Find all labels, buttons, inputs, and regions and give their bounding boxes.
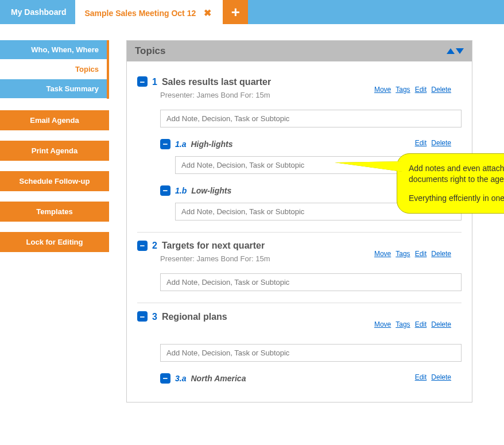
topic-row: − 3 Regional plans Move Tags Edit Delete…	[137, 303, 462, 395]
button-label: Email Agenda	[30, 116, 79, 125]
side-nav: Who, When, Where Topics Task Summary	[0, 40, 109, 99]
edit-link[interactable]: Edit	[415, 86, 427, 94]
delete-link[interactable]: Delete	[431, 139, 451, 147]
callout-pointer-icon	[335, 161, 402, 172]
callout-tooltip: Add notes and even attach documents righ…	[397, 153, 504, 214]
edit-link[interactable]: Edit	[415, 373, 427, 381]
button-label: Templates	[36, 207, 72, 216]
tags-link[interactable]: Tags	[396, 250, 410, 258]
edit-link[interactable]: Edit	[415, 139, 427, 147]
collapse-down-icon[interactable]	[456, 48, 464, 54]
topic-number: 3	[152, 312, 157, 322]
delete-link[interactable]: Delete	[431, 250, 451, 258]
lock-for-editing-button[interactable]: Lock for Editing	[0, 232, 109, 252]
delete-link[interactable]: Delete	[431, 86, 451, 94]
callout-text-2: Everything effciently in one place.	[409, 193, 504, 204]
edit-link[interactable]: Edit	[415, 320, 427, 328]
sidebar-item-label: Task Summary	[46, 84, 99, 93]
move-link[interactable]: Move	[374, 320, 391, 328]
collapse-icon[interactable]: −	[160, 373, 170, 384]
topic-number: 1	[152, 77, 157, 87]
subtopic-row: − 3.a North America Edit Delete	[160, 373, 462, 384]
tags-link[interactable]: Tags	[396, 320, 410, 328]
schedule-followup-button[interactable]: Schedule Follow-up	[0, 171, 109, 191]
subtopic-number: 3.a	[175, 374, 186, 383]
collapse-icon[interactable]: −	[137, 311, 148, 322]
print-agenda-button[interactable]: Print Agenda	[0, 141, 109, 161]
add-note-input[interactable]	[160, 273, 462, 291]
add-note-input[interactable]	[160, 110, 462, 127]
subtopic-title: High-lights	[191, 140, 232, 149]
subtopic-title: Low-lights	[191, 186, 231, 195]
sidebar-item-topics[interactable]: Topics	[0, 60, 107, 79]
delete-link[interactable]: Delete	[431, 320, 451, 328]
email-agenda-button[interactable]: Email Agenda	[0, 110, 109, 130]
edit-link[interactable]: Edit	[415, 250, 427, 258]
panel-title: Topics	[135, 45, 166, 57]
subtopic-number: 1.b	[175, 186, 187, 195]
panel-header: Topics	[127, 41, 472, 61]
button-label: Lock for Editing	[26, 238, 83, 246]
subtopic-title: North America	[191, 374, 246, 383]
tab-dashboard-label: My Dashboard	[11, 7, 66, 17]
sidebar-item-label: Topics	[75, 65, 99, 73]
button-label: Print Agenda	[32, 146, 77, 155]
delete-link[interactable]: Delete	[431, 373, 451, 381]
tab-meeting[interactable]: Sample Sales Meeting Oct 12 ✖	[75, 0, 223, 24]
sidebar-item-label: Who, When, Where	[31, 45, 99, 54]
move-link[interactable]: Move	[374, 250, 391, 258]
topic-title: Sales results last quarter	[162, 77, 271, 87]
tags-link[interactable]: Tags	[396, 86, 410, 94]
subtopic-number: 1.a	[175, 140, 186, 149]
sidebar: Who, When, Where Topics Task Summary Ema…	[0, 40, 109, 262]
collapse-icon[interactable]: −	[137, 241, 148, 251]
collapse-icon[interactable]: −	[137, 76, 148, 87]
top-tab-bar: My Dashboard Sample Sales Meeting Oct 12…	[0, 0, 504, 24]
close-icon[interactable]: ✖	[201, 7, 214, 18]
topics-panel: Topics − 1 Sales results last quarter Pr…	[126, 40, 472, 403]
button-label: Schedule Follow-up	[20, 177, 90, 185]
callout-text-1: Add notes and even attach documents righ…	[409, 163, 504, 185]
templates-button[interactable]: Templates	[0, 202, 109, 222]
plus-icon: +	[231, 3, 240, 21]
collapse-icon[interactable]: −	[160, 185, 170, 196]
move-link[interactable]: Move	[374, 86, 391, 94]
tab-dashboard[interactable]: My Dashboard	[2, 0, 75, 24]
topic-title: Targets for next quarter	[162, 241, 265, 251]
tab-meeting-label: Sample Sales Meeting Oct 12	[84, 9, 196, 18]
topic-number: 2	[152, 241, 157, 251]
sidebar-item-who-when-where[interactable]: Who, When, Where	[0, 40, 107, 60]
topic-title: Regional plans	[162, 312, 227, 322]
collapse-icon[interactable]: −	[160, 139, 170, 149]
sidebar-item-task-summary[interactable]: Task Summary	[0, 79, 107, 99]
add-tab-button[interactable]: +	[223, 0, 248, 24]
topic-row: − 2 Targets for next quarter Presenter: …	[137, 233, 462, 304]
add-note-input[interactable]	[160, 344, 462, 362]
collapse-up-icon[interactable]	[447, 48, 455, 54]
